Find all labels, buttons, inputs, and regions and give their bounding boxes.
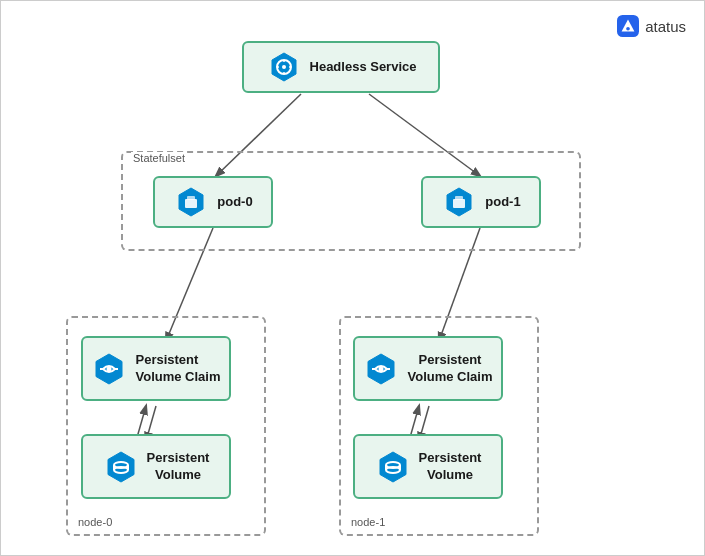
atatus-logo-text: atatus	[645, 18, 686, 35]
pv0-label: PersistentVolume	[147, 450, 210, 484]
svg-rect-22	[455, 196, 463, 200]
pv1-icon	[375, 449, 411, 485]
statefulset-label: Statefulset	[131, 152, 187, 164]
pv1-label: PersistentVolume	[419, 450, 482, 484]
pv0-icon	[103, 449, 139, 485]
svg-rect-18	[185, 199, 197, 208]
svg-rect-21	[453, 199, 465, 208]
node1-label: node-1	[349, 516, 387, 528]
svg-point-31	[379, 366, 384, 371]
svg-rect-19	[187, 196, 195, 200]
pvc0-icon	[91, 351, 127, 387]
diagram-container: atatus Statefulset node-0	[0, 0, 705, 556]
pod1-node: pod-1	[421, 176, 541, 228]
pvc1-icon	[363, 351, 399, 387]
headless-service-label: Headless Service	[310, 59, 417, 76]
pod0-label: pod-0	[217, 194, 252, 211]
svg-point-12	[282, 65, 286, 69]
pv0-node: PersistentVolume	[81, 434, 231, 499]
svg-point-24	[107, 366, 112, 371]
svg-point-1	[626, 27, 630, 31]
k8s-service-icon	[266, 49, 302, 85]
atatus-icon	[617, 15, 639, 37]
pod1-icon	[441, 184, 477, 220]
pvc1-node: PersistentVolume Claim	[353, 336, 503, 401]
pv1-node: PersistentVolume	[353, 434, 503, 499]
pvc0-node: PersistentVolume Claim	[81, 336, 231, 401]
pod0-node: pod-0	[153, 176, 273, 228]
atatus-logo: atatus	[617, 15, 686, 37]
pvc1-label: PersistentVolume Claim	[407, 352, 492, 386]
pod0-icon	[173, 184, 209, 220]
headless-service-node: Headless Service	[242, 41, 440, 93]
node0-label: node-0	[76, 516, 114, 528]
pod1-label: pod-1	[485, 194, 520, 211]
pvc0-label: PersistentVolume Claim	[135, 352, 220, 386]
